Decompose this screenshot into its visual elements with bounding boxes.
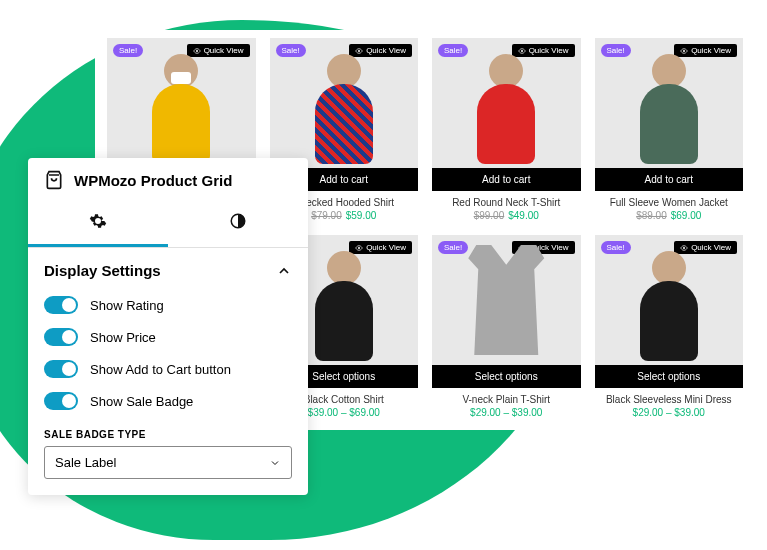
add-to-cart-button[interactable]: Add to cart: [595, 168, 744, 191]
product-card[interactable]: Sale! Quick View Add to cart Red Round N…: [432, 38, 581, 221]
toggle-show-price: Show Price: [28, 321, 308, 353]
sale-badge-type-select[interactable]: Sale Label: [44, 446, 292, 479]
product-image: Sale! Quick View: [595, 38, 744, 168]
toggle-label: Show Rating: [90, 298, 164, 313]
product-image: Sale! Quick View: [107, 38, 256, 168]
section-header[interactable]: Display Settings: [28, 248, 308, 289]
product-price: $89.00$69.00: [595, 210, 744, 221]
toggle-label: Show Sale Badge: [90, 394, 193, 409]
panel-title: WPMozo Product Grid: [74, 172, 232, 189]
section-title: Display Settings: [44, 262, 161, 279]
product-image: Sale! Quick View: [270, 38, 419, 168]
panel-header: WPMozo Product Grid: [28, 158, 308, 202]
product-card[interactable]: Sale! Quick View Add to cart Full Sleeve…: [595, 38, 744, 221]
tab-style[interactable]: [168, 202, 308, 247]
toggle-show-cart: Show Add to Cart button: [28, 353, 308, 385]
product-title: Full Sleeve Women Jacket: [595, 197, 744, 208]
product-price: $29.00 – $39.00: [595, 407, 744, 418]
tab-row: [28, 202, 308, 248]
product-title: Red Round Neck T-Shirt: [432, 197, 581, 208]
toggle-label: Show Add to Cart button: [90, 362, 231, 377]
product-title: Black Sleeveless Mini Dress: [595, 394, 744, 405]
product-card[interactable]: Sale! Quick View Select options V-neck P…: [432, 235, 581, 418]
select-value: Sale Label: [55, 455, 116, 470]
toggle-show-rating: Show Rating: [28, 289, 308, 321]
svg-point-4: [358, 247, 360, 249]
svg-point-2: [521, 50, 523, 52]
toggle-label: Show Price: [90, 330, 156, 345]
svg-point-0: [196, 50, 198, 52]
toggle-switch[interactable]: [44, 360, 78, 378]
select-options-button[interactable]: Select options: [432, 365, 581, 388]
svg-point-3: [683, 50, 685, 52]
sale-badge-type-label: SALE BADGE TYPE: [28, 417, 308, 446]
select-options-button[interactable]: Select options: [595, 365, 744, 388]
tab-settings[interactable]: [28, 202, 168, 247]
gear-icon: [89, 212, 107, 230]
toggle-switch[interactable]: [44, 328, 78, 346]
product-image: Sale! Quick View: [432, 235, 581, 365]
product-card[interactable]: Sale! Quick View Select options Black Sl…: [595, 235, 744, 418]
shopping-bag-icon: [44, 170, 64, 190]
product-title: V-neck Plain T-Shirt: [432, 394, 581, 405]
settings-panel: WPMozo Product Grid Display Settings Sho…: [28, 158, 308, 495]
sale-badge: Sale!: [438, 44, 468, 57]
sale-badge: Sale!: [601, 241, 631, 254]
sale-badge: Sale!: [601, 44, 631, 57]
chevron-down-icon: [269, 457, 281, 469]
sale-badge: Sale!: [276, 44, 306, 57]
toggle-show-sale-badge: Show Sale Badge: [28, 385, 308, 417]
add-to-cart-button[interactable]: Add to cart: [432, 168, 581, 191]
product-image: Sale! Quick View: [432, 38, 581, 168]
toggle-switch[interactable]: [44, 392, 78, 410]
toggle-switch[interactable]: [44, 296, 78, 314]
chevron-up-icon: [276, 263, 292, 279]
product-price: $99.00$49.00: [432, 210, 581, 221]
svg-point-1: [358, 50, 360, 52]
product-price: $29.00 – $39.00: [432, 407, 581, 418]
sale-badge: Sale!: [113, 44, 143, 57]
svg-point-6: [683, 247, 685, 249]
contrast-icon: [229, 212, 247, 230]
product-image: Sale! Quick View: [595, 235, 744, 365]
